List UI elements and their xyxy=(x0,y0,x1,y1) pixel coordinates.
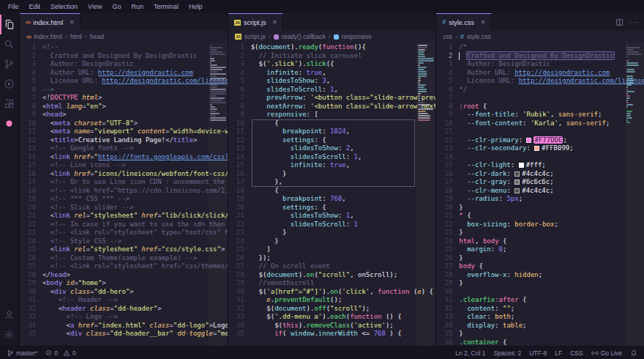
code-line: Crafted and Designed By DesignDrastic xyxy=(42,52,228,61)
settings-gear-icon[interactable] xyxy=(0,325,19,344)
line-number: 9 xyxy=(20,111,36,119)
search-icon[interactable] xyxy=(0,34,19,54)
more-actions-icon[interactable]: ··· xyxy=(629,18,639,26)
code-line: <!-- Google fonts --> xyxy=(42,144,228,153)
close-tab-icon[interactable]: × xyxy=(273,19,277,26)
go-live-label: Go Live xyxy=(601,349,622,357)
code-area[interactable]: <!-- Crafted and Designed By DesignDrast… xyxy=(42,42,228,346)
breadcrumb-item[interactable]: html xyxy=(70,33,82,40)
menu-edit[interactable]: Edit xyxy=(24,0,46,13)
explorer-icon[interactable] xyxy=(0,15,19,34)
color-swatch[interactable] xyxy=(514,171,520,177)
source-control-icon[interactable] xyxy=(0,54,19,74)
gutter: 1234567891011121314151617181920212223242… xyxy=(436,42,459,346)
line-number: 31 xyxy=(20,296,36,305)
split-editor-icon[interactable] xyxy=(615,18,624,26)
live-server-icon[interactable] xyxy=(0,114,19,133)
code-line: prevArrow: '<button class="slide-arrow p… xyxy=(251,94,436,103)
menu-terminal[interactable]: Terminal xyxy=(149,0,184,13)
code-line: .container { xyxy=(459,338,644,347)
eol-item[interactable]: LF xyxy=(555,349,562,357)
minimap[interactable] xyxy=(625,42,644,346)
line-number: 17 xyxy=(20,178,36,187)
code-line: nextArrow: '<button class="slide-arrow n… xyxy=(251,103,436,111)
line-number: 3 xyxy=(228,60,244,69)
code-line: <!-- xyxy=(42,43,228,52)
git-branch-item[interactable]: master* xyxy=(7,349,37,357)
close-tab-icon[interactable]: × xyxy=(481,19,485,26)
breadcrumb-item[interactable]: index.html xyxy=(34,33,62,40)
code-editor[interactable]: 1234567891011121314151617181920212223242… xyxy=(436,42,644,346)
code-line: slidesToShow: 3, xyxy=(251,77,436,86)
code-line: <!-- Slick slider --> xyxy=(42,204,228,212)
close-tab-icon[interactable]: × xyxy=(70,19,74,26)
code-area[interactable]: /* Crafted and Designed By DesignDrastic… xyxy=(459,42,644,346)
gutter: 1234567891011121314151617181920212223242… xyxy=(20,42,42,346)
encoding-item[interactable]: UTF-8 xyxy=(529,349,547,357)
code-line: <meta name="viewport" content="width=dev… xyxy=(42,127,228,136)
code-line: .clearfix:after { xyxy=(459,296,644,305)
go-live-item[interactable]: Go Live xyxy=(591,349,622,357)
run-debug-icon[interactable] xyxy=(0,74,19,94)
code-line: --clr-gray: #6c6c6c; xyxy=(459,178,644,187)
code-line: $(document).ready(function(){ xyxy=(251,43,436,52)
minimap[interactable] xyxy=(416,42,435,346)
color-swatch[interactable] xyxy=(514,180,520,185)
line-number: 5 xyxy=(228,77,244,86)
code-line: $('a[href^="#"]').on('click', function (… xyxy=(251,288,436,297)
code-line: :root { xyxy=(459,103,644,111)
menu-go[interactable]: Go xyxy=(107,0,126,13)
code-line: html, body { xyxy=(459,237,644,246)
code-line: <!-- Custom Theme(sample example) --> xyxy=(42,254,228,263)
cursor-position-item[interactable]: Ln 2, Col 1 xyxy=(455,349,485,357)
code-line: // On scroll event xyxy=(251,262,436,271)
js-file-icon: JS xyxy=(234,20,241,26)
color-swatch[interactable] xyxy=(526,138,531,143)
breadcrumb: <> index.html › html › head xyxy=(20,31,228,42)
menu-file[interactable]: File xyxy=(3,0,24,13)
tab-index-html[interactable]: <> index.html × xyxy=(20,13,80,31)
menu-help[interactable]: Help xyxy=(184,0,208,13)
menu-view[interactable]: View xyxy=(83,0,107,13)
account-icon[interactable] xyxy=(0,305,19,325)
notifications-bell-icon[interactable] xyxy=(630,349,637,357)
line-number: 32 xyxy=(20,305,36,314)
code-line: Author: DesignDrastic xyxy=(42,60,228,69)
minimap[interactable] xyxy=(209,42,228,346)
breadcrumb-item[interactable]: css xyxy=(443,33,452,40)
indentation-item[interactable]: Spaces: 2 xyxy=(493,349,521,357)
tab-script-js[interactable]: JS script.js × xyxy=(228,13,284,31)
color-swatch[interactable] xyxy=(519,163,524,168)
code-line: }); xyxy=(251,254,436,263)
breadcrumb-item[interactable]: style.css xyxy=(467,33,491,40)
tab-style-css[interactable]: # style.css × xyxy=(436,13,491,31)
code-area[interactable]: $(document).ready(function(){ // Initiat… xyxy=(251,42,436,346)
code-editor[interactable]: 1234567891011121314151617181920212223242… xyxy=(228,42,436,346)
code-line: </head> xyxy=(42,271,228,280)
color-swatch[interactable] xyxy=(534,146,539,151)
menu-selection[interactable]: Selection xyxy=(45,0,83,13)
vscode-window: File Edit Selection View Go Run Terminal… xyxy=(0,0,644,359)
line-number: 15 xyxy=(436,161,452,170)
tab-bar: <> index.html × xyxy=(20,13,228,31)
code-line: <!-- In case if you want to use the cdn … xyxy=(42,221,228,229)
breadcrumb: JS script.js › ready() callback › respon… xyxy=(228,31,436,42)
color-swatch[interactable] xyxy=(514,188,520,193)
breadcrumb: css › # style.css xyxy=(436,31,644,42)
menu-run[interactable]: Run xyxy=(126,0,149,13)
extensions-icon[interactable] xyxy=(0,94,19,114)
problems-item[interactable]: 0 0 xyxy=(45,349,75,357)
code-line: } xyxy=(251,229,436,237)
line-number: 2 xyxy=(20,52,36,61)
breadcrumb-item[interactable]: responsive xyxy=(342,33,372,40)
line-number: 33 xyxy=(228,313,244,322)
breadcrumb-item[interactable]: ready() callback xyxy=(282,33,326,40)
breadcrumb-item[interactable]: head xyxy=(90,33,104,40)
breadcrumb-item[interactable]: script.js xyxy=(244,33,266,40)
language-mode-item[interactable]: CSS xyxy=(570,349,583,357)
line-number: 21 xyxy=(436,212,452,221)
line-number: 18 xyxy=(20,187,36,196)
code-editor[interactable]: 1234567891011121314151617181920212223242… xyxy=(20,42,228,346)
tab-label: index.html xyxy=(33,19,63,26)
code-line: } xyxy=(459,254,644,263)
